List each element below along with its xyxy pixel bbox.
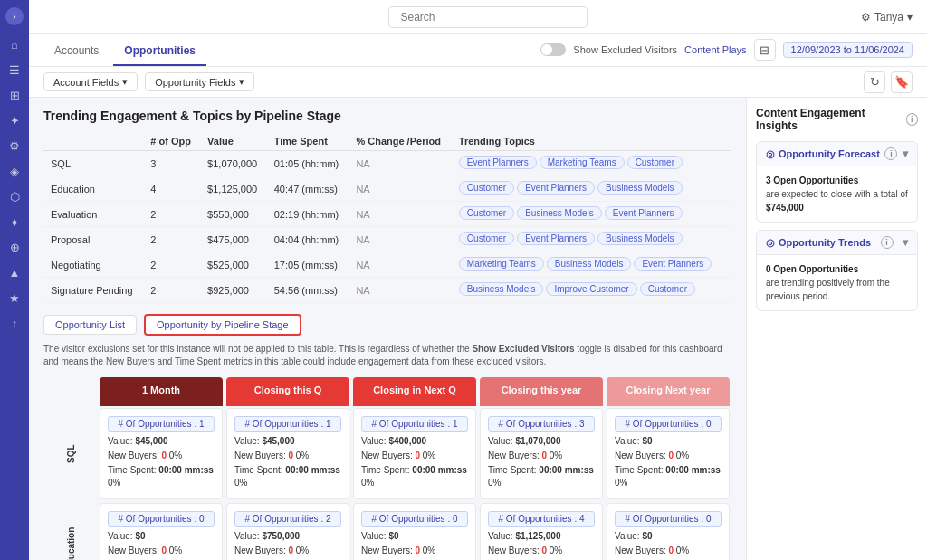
pipeline-cell[interactable]: # Of Opportunities : 0 Value: $0 New Buy… [353, 503, 476, 560]
pipeline-col-header-4: Closing Next year [607, 377, 730, 406]
shape-icon[interactable]: ♦ [5, 212, 24, 232]
cell-stage: Signature Pending [43, 278, 143, 303]
tab-accounts[interactable]: Accounts [43, 37, 110, 66]
trends-expand-icon[interactable]: ▾ [903, 236, 908, 249]
sidebar-toggle[interactable]: › [5, 7, 24, 25]
content-plays-label[interactable]: Content Plays [684, 44, 746, 55]
forecast-expand-icon[interactable]: ▾ [903, 147, 908, 160]
cell-value-row: Value: $1,125,000 [488, 530, 595, 543]
pipeline-cell[interactable]: # Of Opportunities : 2 Value: $750,000 N… [226, 503, 349, 560]
date-range[interactable]: 12/09/2023 to 11/06/2024 [783, 42, 913, 58]
topic-tag[interactable]: Business Models [459, 282, 544, 296]
cell-value-row: Value: $0 [361, 530, 468, 543]
cell-value: $1,125,000 [200, 176, 267, 202]
pipeline-cell[interactable]: # Of Opportunities : 1 Value: $400,000 N… [353, 408, 476, 499]
show-excluded-toggle[interactable] [540, 43, 566, 56]
notice-text: The visitor exclusions set for this inst… [43, 343, 731, 368]
opportunity-list-btn[interactable]: Opportunity List [43, 315, 137, 335]
star-icon[interactable]: ✦ [5, 110, 24, 130]
table-row: Evaluation 2 $550,000 02:19 (hh:mm) NA C… [43, 202, 731, 227]
settings-icon[interactable]: ⚙ [861, 11, 871, 24]
topic-tag[interactable]: Event Planners [634, 257, 712, 271]
opportunity-fields-btn[interactable]: Opportunity Fields ▾ [145, 72, 254, 91]
topic-tag[interactable]: Event Planners [517, 232, 595, 245]
cell-opp-header: # Of Opportunities : 4 [488, 511, 595, 527]
cell-value-row: Value: $400,000 [361, 435, 468, 448]
topic-tag[interactable]: Customer [640, 282, 695, 296]
account-fields-btn[interactable]: Account Fields ▾ [43, 72, 138, 91]
topic-tag[interactable]: Customer [459, 206, 514, 220]
cell-buyers-row: New Buyers: 0 0% [108, 450, 215, 462]
pipeline-grid-container: 1 MonthClosing this QClosing in Next QCl… [43, 377, 731, 560]
topic-tag[interactable]: Business Models [597, 232, 683, 245]
section-title: Trending Engagement & Topics by Pipeline… [43, 109, 731, 123]
cell-buyers-row: New Buyers: 0 0% [615, 545, 722, 557]
bookmark-save-icon[interactable]: 🔖 [891, 71, 913, 93]
search-input[interactable] [388, 6, 588, 28]
diamond-icon[interactable]: ◈ [5, 161, 24, 181]
pipeline-table: # of Opp Value Time Spent % Change /Peri… [43, 132, 731, 303]
home-icon[interactable]: ⌂ [5, 34, 24, 54]
refresh-icon[interactable]: ↻ [864, 71, 885, 93]
cell-value: $925,000 [200, 278, 267, 303]
tab-actions: Show Excluded Visitors Content Plays ⊟ 1… [540, 39, 913, 66]
insight-body-trends: 0 Open Opportunities are trending positi… [757, 255, 917, 310]
topic-tag[interactable]: Improve Customer [546, 282, 636, 296]
filter-bar: Account Fields ▾ Opportunity Fields ▾ ↻ … [29, 67, 927, 98]
tab-opportunities[interactable]: Opportunities [113, 37, 206, 66]
insight-header-trends: ◎ Opportunity Trends i ▾ [757, 231, 917, 255]
forecast-info-icon[interactable]: i [884, 147, 897, 160]
topic-tag[interactable]: Customer [459, 232, 514, 245]
topic-tag[interactable]: Customer [459, 181, 514, 195]
topic-tag[interactable]: Event Planners [605, 206, 683, 220]
chart-icon[interactable]: ▲ [5, 262, 24, 282]
forecast-icon: ◎ [766, 148, 775, 160]
pipeline-col-header-0: 1 Month [100, 377, 223, 406]
topic-tag[interactable]: Business Models [547, 257, 632, 271]
topic-tag[interactable]: Event Planners [459, 156, 537, 169]
list-icon[interactable]: ☰ [5, 60, 24, 80]
grid-icon[interactable]: ⊞ [5, 85, 24, 105]
bookmark-icon[interactable]: ★ [5, 288, 24, 308]
insight-section-forecast: ◎ Opportunity Forecast i ▾ 3 Open Opport… [756, 141, 918, 223]
pipeline-row-label: SQL [43, 406, 98, 501]
topic-tag[interactable]: Business Models [597, 181, 683, 195]
tools-icon[interactable]: ⚙ [5, 136, 24, 156]
cell-stage: Proposal [43, 227, 143, 252]
upload-icon[interactable]: ↑ [5, 313, 24, 333]
pipeline-col-header-3: Closing this year [480, 377, 603, 406]
pipeline-cell[interactable]: # Of Opportunities : 4 Value: $1,125,000… [480, 503, 603, 560]
cell-value: $1,070,000 [200, 151, 267, 176]
pipeline-cell[interactable]: # Of Opportunities : 1 Value: $45,000 Ne… [100, 408, 223, 499]
filter-icon[interactable]: ⊟ [754, 39, 776, 61]
cell-buyers-row: New Buyers: 0 0% [615, 450, 722, 462]
table-row: Proposal 2 $475,000 04:04 (hh:mm) NA Cus… [43, 227, 731, 252]
col-opp: # of Opp [143, 132, 200, 151]
pipeline-cell[interactable]: # Of Opportunities : 0 Value: $0 New Buy… [607, 503, 730, 560]
trends-icon: ◎ [766, 237, 775, 249]
cell-value-row: Value: $1,070,000 [488, 435, 595, 448]
topic-tag[interactable]: Event Planners [517, 181, 595, 195]
info-icon[interactable]: i [906, 113, 918, 126]
plus-circle-icon[interactable]: ⊕ [5, 237, 24, 257]
left-sidebar: › ⌂ ☰ ⊞ ✦ ⚙ ◈ ⬡ ♦ ⊕ ▲ ★ ↑ [0, 0, 29, 560]
tab-bar: Accounts Opportunities Show Excluded Vis… [29, 34, 927, 67]
cell-opp-header: # Of Opportunities : 0 [108, 511, 215, 527]
cell-buyers-row: New Buyers: 0 0% [234, 450, 341, 462]
topic-tag[interactable]: Business Models [517, 206, 602, 220]
pipeline-cell[interactable]: # Of Opportunities : 0 Value: $0 New Buy… [100, 503, 223, 560]
user-menu[interactable]: ⚙ Tanya ▾ [861, 11, 913, 24]
cell-stage: Negotiating [43, 252, 143, 278]
topic-tag[interactable]: Marketing Teams [540, 156, 625, 169]
hex-icon[interactable]: ⬡ [5, 186, 24, 206]
cell-time: 04:04 (hh:mm) [267, 227, 349, 252]
pipeline-cell[interactable]: # Of Opportunities : 3 Value: $1,070,000… [480, 408, 603, 499]
pipeline-cell[interactable]: # Of Opportunities : 0 Value: $0 New Buy… [607, 408, 730, 499]
topic-tag[interactable]: Marketing Teams [459, 257, 544, 271]
trends-info-icon[interactable]: i [881, 236, 894, 249]
opportunity-pipeline-btn[interactable]: Opportunity by Pipeline Stage [144, 314, 301, 336]
cell-opp: 3 [143, 151, 200, 176]
user-name[interactable]: Tanya [874, 11, 903, 24]
pipeline-cell[interactable]: # Of Opportunities : 1 Value: $45,000 Ne… [226, 408, 349, 499]
topic-tag[interactable]: Customer [627, 156, 683, 169]
